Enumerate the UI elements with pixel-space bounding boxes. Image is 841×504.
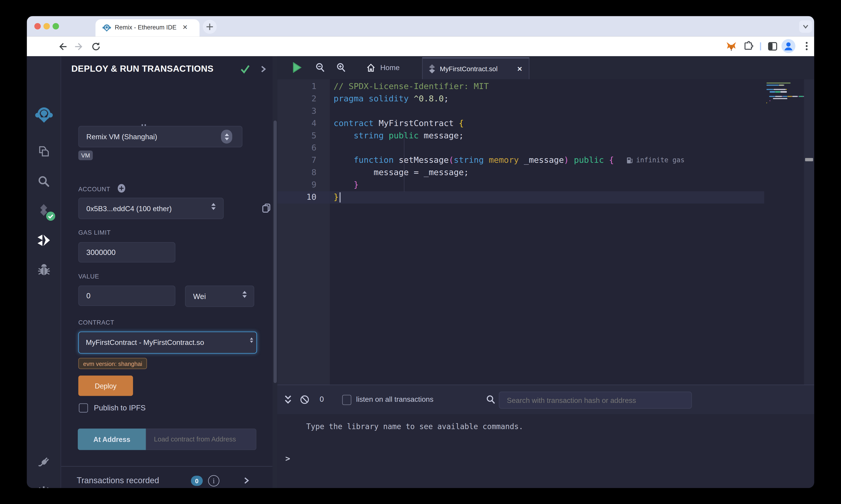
traffic-minimize-button[interactable]	[44, 23, 50, 30]
gas-limit-input[interactable]	[79, 242, 175, 263]
minimap-line	[764, 96, 804, 98]
panel-expand-chevron-icon[interactable]	[260, 65, 267, 73]
terminal-message: Type the library name to see available c…	[306, 422, 524, 431]
code-lines[interactable]: // SPDX-License-Identifier: MITpragma so…	[330, 80, 764, 204]
tab-search-button[interactable]	[799, 20, 812, 33]
at-address-input[interactable]	[146, 429, 256, 450]
tab-home-label: Home	[380, 64, 400, 72]
indent-guide	[404, 130, 404, 192]
remix-favicon	[102, 23, 111, 32]
extensions-puzzle-icon[interactable]	[743, 41, 754, 51]
section-divider	[61, 466, 273, 467]
metamask-icon[interactable]	[725, 41, 737, 52]
plus-icon	[203, 20, 217, 34]
add-account-icon[interactable]	[117, 184, 126, 193]
value-unit: Wei	[186, 292, 206, 301]
text-cursor	[340, 193, 341, 203]
overview-ruler[interactable]	[804, 79, 814, 384]
editor-tabbar: Home MyFirstContract.sol ✕	[277, 56, 814, 80]
solidity-compiler-icon[interactable]	[27, 200, 61, 221]
tab-close-icon[interactable]: ✕	[517, 65, 522, 73]
panel-title: DEPLOY & RUN TRANSACTIONS	[71, 64, 213, 74]
listen-checkbox[interactable]	[342, 395, 351, 405]
panel-check-icon	[240, 65, 251, 74]
settings-gear-icon[interactable]	[27, 482, 61, 488]
profile-avatar[interactable]	[782, 39, 795, 53]
environment-select[interactable]: Remix VM (Shanghai)	[79, 126, 242, 147]
file-explorer-icon[interactable]	[27, 140, 61, 162]
compiled-check-badge	[46, 212, 55, 221]
terminal-search-icon	[486, 395, 496, 404]
search-icon[interactable]	[27, 170, 61, 192]
browser-tab[interactable]: Remix - Ethereum IDE ✕	[96, 19, 200, 36]
terminal-prompt: >	[286, 454, 290, 463]
traffic-close-button[interactable]	[34, 23, 41, 30]
tab-home[interactable]: Home	[358, 56, 408, 79]
kebab-menu-icon[interactable]	[802, 41, 811, 51]
remix-logo[interactable]	[27, 105, 61, 126]
plugin-manager-icon[interactable]	[27, 451, 61, 473]
debugger-bug-icon[interactable]	[27, 260, 61, 281]
zoom-out-icon[interactable]	[315, 63, 325, 72]
transactions-recorded-label: Transactions recorded	[77, 476, 159, 485]
chevron-down-icon	[799, 20, 812, 33]
minimap-line	[764, 93, 804, 96]
copy-account-icon[interactable]	[262, 203, 271, 213]
vm-badge: VM	[79, 150, 93, 160]
minimap-line	[764, 89, 804, 91]
tab-close-icon[interactable]: ✕	[182, 23, 188, 31]
panel-scrollbar-thumb[interactable]	[273, 121, 276, 383]
side-panel-icon[interactable]	[768, 41, 778, 52]
gas-pump-icon	[627, 156, 633, 164]
run-script-icon[interactable]	[292, 62, 302, 73]
transactions-info-icon[interactable]: i	[208, 475, 219, 486]
value-label: VALUE	[79, 273, 99, 280]
unit-stepper-icon[interactable]	[242, 291, 247, 298]
contract-value: MyFirstContract - MyFirstContract.so	[79, 339, 204, 346]
at-address-button[interactable]: At Address	[78, 429, 146, 450]
clear-terminal-icon[interactable]	[300, 395, 309, 404]
tab-file-active[interactable]: MyFirstContract.sol ✕	[422, 57, 529, 79]
tab-title: Remix - Ethereum IDE	[115, 24, 176, 31]
environment-stepper-icon[interactable]	[221, 130, 232, 144]
traffic-zoom-button[interactable]	[53, 23, 59, 30]
transactions-chevron-icon[interactable]	[244, 477, 250, 484]
evm-version-badge: evm version: shanghai	[79, 358, 147, 369]
account-stepper-icon[interactable]	[211, 203, 216, 210]
home-icon	[366, 63, 376, 72]
panel-scrollbar[interactable]	[272, 56, 277, 488]
contract-label: CONTRACT	[79, 319, 114, 326]
new-tab-button[interactable]	[203, 20, 217, 34]
browser-window: Remix - Ethereum IDE ✕ remix.ethereum.or…	[27, 16, 814, 488]
collapse-terminal-icon[interactable]	[284, 395, 293, 404]
value-unit-select[interactable]: Wei	[185, 286, 254, 307]
back-icon[interactable]	[57, 41, 68, 52]
account-value: 0x5B3...eddC4 (100 ether)	[79, 204, 172, 212]
contract-select[interactable]: MyFirstContract - MyFirstContract.so	[79, 332, 257, 354]
terminal-toolbar: 0 listen on all transactions	[277, 385, 814, 414]
value-input[interactable]	[79, 286, 175, 306]
publish-ipfs-checkbox[interactable]	[79, 403, 88, 412]
minimap-line	[764, 98, 804, 100]
screen: Remix - Ethereum IDE ✕ remix.ethereum.or…	[0, 0, 841, 504]
forward-icon[interactable]	[74, 41, 85, 52]
minimap[interactable]	[764, 79, 804, 384]
editor-region: Home MyFirstContract.sol ✕ 12345678910 /…	[277, 56, 814, 488]
deploy-run-icon[interactable]	[27, 230, 61, 251]
deploy-run-panel: DEPLOY & RUN TRANSACTIONS ENVIRONMENT Re…	[61, 56, 273, 488]
terminal-search-input[interactable]	[499, 392, 692, 409]
gas-limit-label: GAS LIMIT	[79, 229, 111, 236]
code-area[interactable]: 12345678910 // SPDX-License-Identifier: …	[277, 79, 814, 384]
environment-value: Remix VM (Shanghai)	[79, 132, 157, 141]
overview-marker	[805, 158, 813, 161]
infinite-gas-annotation: infinite gas	[627, 156, 684, 164]
account-select[interactable]: 0x5B3...eddC4 (100 ether)	[79, 198, 224, 219]
reload-icon[interactable]	[91, 41, 101, 52]
solidity-file-icon	[429, 65, 435, 73]
editor-gutter: 12345678910	[277, 79, 330, 384]
minimap-line	[764, 83, 804, 85]
deploy-button[interactable]: Deploy	[79, 376, 133, 396]
tab-file-label: MyFirstContract.sol	[440, 65, 498, 73]
zoom-in-icon[interactable]	[337, 63, 346, 72]
contract-stepper-icon[interactable]	[250, 338, 253, 343]
